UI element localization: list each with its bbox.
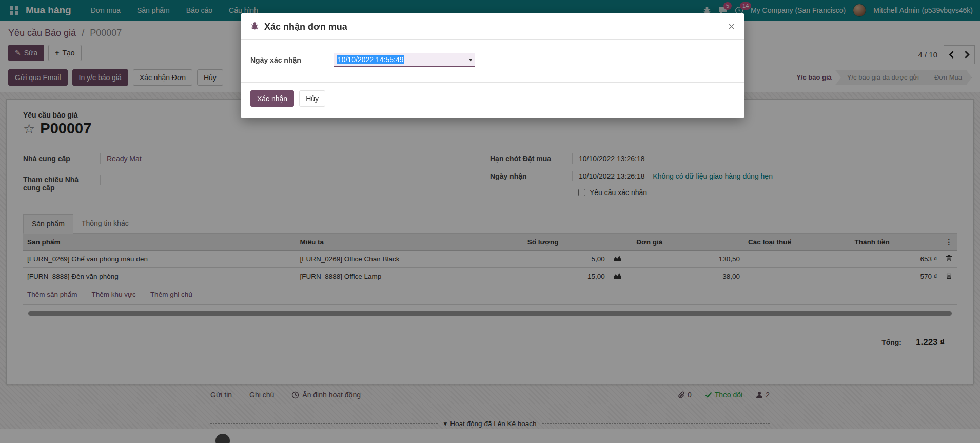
bug-icon	[250, 22, 259, 32]
modal-confirm-button[interactable]: Xác nhận	[250, 90, 294, 107]
datepicker-caret-icon[interactable]: ▾	[469, 56, 472, 63]
modal-cancel-button[interactable]: Hủy	[299, 90, 325, 107]
close-icon[interactable]: ×	[728, 21, 735, 32]
modal-title: Xác nhận đơn mua	[264, 22, 347, 32]
confirm-order-dialog: Xác nhận đơn mua × Ngày xác nhận 10/10/2…	[241, 13, 744, 118]
confirmation-date-input[interactable]: 10/10/2022 14:55:49 ▾	[334, 53, 475, 67]
confirmation-date-label: Ngày xác nhận	[250, 56, 334, 64]
selected-date-text: 10/10/2022 14:55:49	[337, 55, 404, 64]
